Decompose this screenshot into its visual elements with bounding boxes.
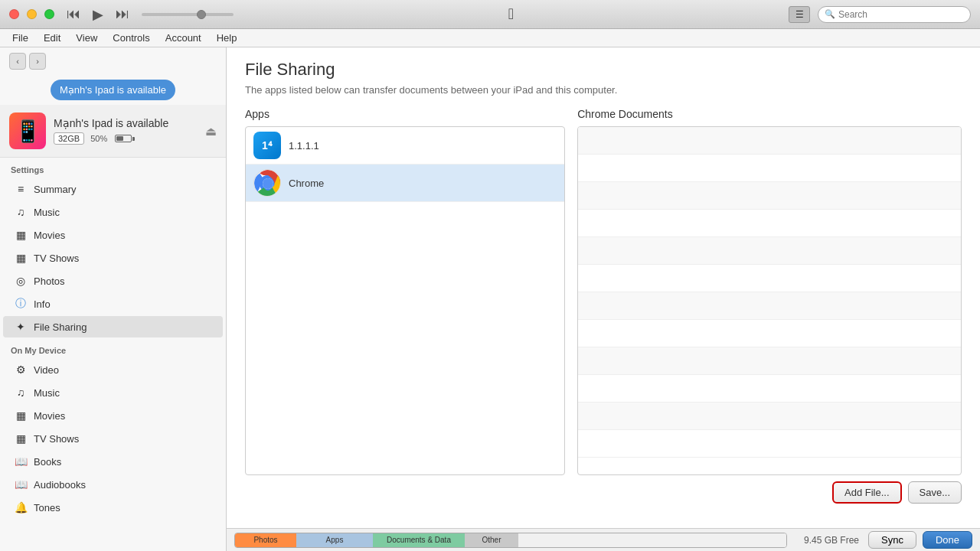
- movies-label: Movies: [34, 230, 65, 241]
- summary-label: Summary: [34, 184, 77, 195]
- settings-section-label: Settings: [0, 158, 226, 178]
- sidebar-item-music[interactable]: ♫ Music: [3, 201, 223, 223]
- tones-icon: 🔔: [14, 500, 28, 514]
- content-title: File Sharing: [245, 60, 962, 80]
- back-button[interactable]: ‹: [9, 53, 26, 70]
- tv-shows-label: TV Shows: [34, 253, 79, 264]
- rewind-button[interactable]: ⏮: [67, 6, 80, 22]
- main-container: ‹ › Mạnh's Ipad is available 📱 Mạnh's Ip…: [0, 47, 980, 551]
- progress-bar[interactable]: [142, 13, 234, 16]
- save-button[interactable]: Save...: [908, 481, 962, 504]
- device-name: Mạnh's Ipad is available: [54, 117, 202, 129]
- done-button[interactable]: Done: [923, 531, 972, 549]
- sidebar-item-photos[interactable]: ◎ Photos: [3, 270, 223, 292]
- docs-column: Chrome Documents: [577, 108, 962, 475]
- battery-indicator: [115, 135, 135, 142]
- eject-button[interactable]: ⏏: [205, 124, 217, 139]
- app-item-chrome[interactable]: Chrome: [246, 165, 564, 202]
- sidebar-item-tones[interactable]: 🔔 Tones: [3, 497, 223, 518]
- storage-free: [518, 533, 786, 547]
- music-label: Music: [34, 207, 60, 218]
- list-view-button[interactable]: ☰: [789, 6, 810, 23]
- books-label: Books: [34, 456, 61, 468]
- fastforward-button[interactable]: ⏭: [116, 6, 129, 22]
- sidebar-item-audiobooks[interactable]: 📖 Audiobooks: [3, 474, 223, 495]
- apps-list: 1⁴ 1.1.1.1: [245, 126, 565, 475]
- device-banner-container: Mạnh's Ipad is available: [0, 75, 226, 105]
- photos-seg-label: Photos: [253, 536, 277, 544]
- video-label: Video: [34, 364, 59, 376]
- menu-view[interactable]: View: [70, 31, 103, 45]
- tv-shows-device-label: TV Shows: [34, 433, 79, 445]
- menu-account[interactable]: Account: [159, 31, 207, 45]
- search-icon: 🔍: [825, 9, 835, 19]
- sidebar-item-tv-shows-device[interactable]: ▦ TV Shows: [3, 428, 223, 449]
- apple-logo: : [246, 5, 776, 23]
- doc-row: [578, 182, 961, 210]
- sidebar: ‹ › Mạnh's Ipad is available 📱 Mạnh's Ip…: [0, 47, 227, 551]
- forward-button[interactable]: ›: [29, 53, 46, 70]
- window-controls: [9, 9, 54, 19]
- titlebar-right: ☰ 🔍: [789, 6, 971, 23]
- sidebar-item-info[interactable]: ⓘ Info: [3, 293, 223, 315]
- file-sharing-columns: Apps 1⁴ 1.1.1.1: [245, 108, 962, 475]
- sidebar-item-music-device[interactable]: ♫ Music: [3, 382, 223, 403]
- doc-row: [578, 292, 961, 320]
- file-sharing-label: File Sharing: [34, 321, 87, 333]
- storage-bar: Photos Apps Documents & Data Other: [234, 533, 787, 548]
- storage-badge: 32GB: [54, 132, 84, 145]
- sidebar-item-video[interactable]: ⚙ Video: [3, 359, 223, 380]
- doc-row: [578, 155, 961, 182]
- sidebar-item-summary[interactable]: ≡ Summary: [3, 178, 223, 200]
- device-banner[interactable]: Mạnh's Ipad is available: [51, 80, 175, 100]
- apps-seg-label: Apps: [326, 536, 344, 544]
- maximize-button[interactable]: [44, 9, 54, 19]
- app-item-1111[interactable]: 1⁴ 1.1.1.1: [246, 127, 564, 165]
- storage-docs: Documents & Data: [373, 533, 465, 547]
- device-icon: 📱: [9, 112, 46, 149]
- info-icon: ⓘ: [14, 297, 28, 311]
- menu-edit[interactable]: Edit: [38, 31, 67, 45]
- music-icon: ♫: [14, 205, 28, 219]
- sidebar-item-movies[interactable]: ▦ Movies: [3, 224, 223, 246]
- music-device-icon: ♫: [14, 386, 28, 399]
- other-seg-label: Other: [482, 536, 501, 544]
- movies-icon: ▦: [14, 228, 28, 242]
- music-device-label: Music: [34, 387, 60, 399]
- content-subtitle: The apps listed below can transfer docum…: [245, 84, 962, 96]
- photos-label: Photos: [34, 276, 64, 287]
- app-icon-chrome: [253, 169, 281, 197]
- content-area: File Sharing The apps listed below can t…: [227, 47, 980, 551]
- battery-percent: 50%: [90, 134, 107, 143]
- audiobooks-icon: 📖: [14, 478, 28, 491]
- menu-help[interactable]: Help: [211, 31, 243, 45]
- sidebar-item-movies-device[interactable]: ▦ Movies: [3, 405, 223, 426]
- sync-button[interactable]: Sync: [868, 531, 916, 549]
- titlebar: ⏮ ▶ ⏭  ☰ 🔍: [0, 0, 980, 29]
- search-input[interactable]: [838, 9, 953, 20]
- play-button[interactable]: ▶: [93, 6, 103, 23]
- books-icon: 📖: [14, 455, 28, 468]
- doc-row: [578, 127, 961, 155]
- doc-row: [578, 375, 961, 403]
- minimize-button[interactable]: [27, 9, 37, 19]
- search-bar[interactable]: 🔍: [818, 6, 971, 23]
- summary-icon: ≡: [14, 182, 28, 196]
- app-icon-1111: 1⁴: [253, 132, 281, 159]
- menu-file[interactable]: File: [6, 31, 34, 45]
- info-label: Info: [34, 298, 51, 310]
- tones-label: Tones: [34, 502, 60, 514]
- sidebar-item-tv-shows[interactable]: ▦ TV Shows: [3, 247, 223, 269]
- sidebar-item-books[interactable]: 📖 Books: [3, 451, 223, 472]
- bottom-bar: Photos Apps Documents & Data Other 9.45 …: [227, 528, 980, 551]
- menu-controls[interactable]: Controls: [106, 31, 155, 45]
- nav-header: ‹ ›: [0, 47, 226, 75]
- doc-row: [578, 347, 961, 375]
- sidebar-item-file-sharing[interactable]: ✦ File Sharing: [3, 316, 223, 337]
- close-button[interactable]: [9, 9, 19, 19]
- storage-other: Other: [465, 533, 518, 547]
- audiobooks-label: Audiobooks: [34, 479, 86, 491]
- add-file-button[interactable]: Add File...: [832, 481, 902, 504]
- free-space-label: 9.45 GB Free: [804, 535, 859, 546]
- content-footer-buttons: Add File... Save...: [245, 481, 962, 504]
